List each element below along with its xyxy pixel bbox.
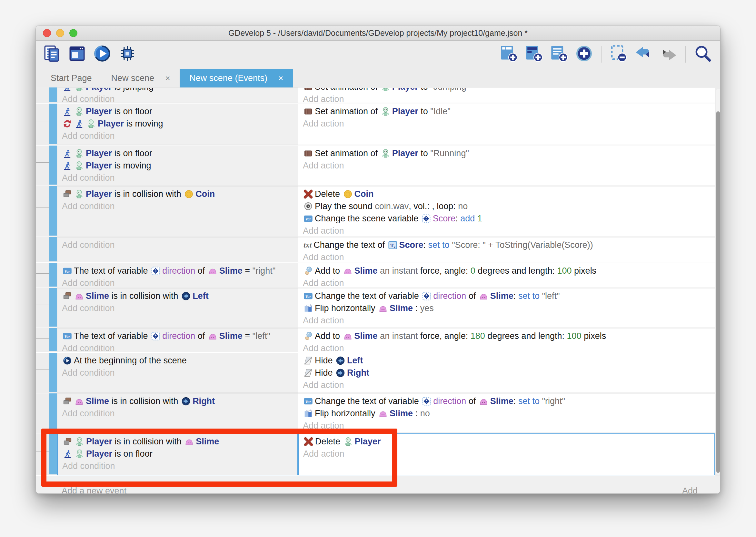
add-event-button[interactable]: [498, 44, 519, 64]
actions-cell[interactable]: Delete CoinPlay the sound coin.wav, vol.…: [298, 186, 715, 236]
event-row[interactable]: At the beginning of the sceneAdd conditi…: [36, 353, 715, 393]
conditions-cell[interactable]: Slime is in collision with LeftAdd condi…: [57, 288, 298, 328]
add-circle-button[interactable]: [574, 44, 594, 64]
action-line[interactable]: VarChange the text of variable direction…: [298, 290, 715, 302]
condition-line[interactable]: Player is jumping: [57, 87, 298, 93]
action-line[interactable]: Add to Slime an instant force, angle: 18…: [298, 330, 715, 342]
conditions-cell[interactable]: At the beginning of the sceneAdd conditi…: [57, 353, 298, 393]
add-action-button[interactable]: Add action: [298, 314, 715, 327]
event-row[interactable]: VarThe text of variable direction of Sli…: [36, 263, 715, 288]
event-row[interactable]: Player is in collision with CoinAdd cond…: [36, 186, 715, 237]
action-line[interactable]: Flip horizontally Slime : no: [298, 407, 715, 420]
action-line[interactable]: Set animation of Player to "Idle": [298, 105, 715, 117]
action-line[interactable]: txtChange the text of TxScore: set to "S…: [298, 239, 715, 251]
add-action-button[interactable]: Add action: [298, 342, 715, 352]
conditions-cell[interactable]: Player is on floorPlayer is movingAdd co…: [57, 103, 298, 145]
add-condition-button[interactable]: Add condition: [58, 460, 297, 472]
add-comment-button[interactable]: [548, 44, 569, 64]
actions-cell[interactable]: Hide LeftHide RightAdd action: [298, 353, 715, 393]
add-subevent-button[interactable]: [523, 44, 544, 64]
event-drag-bar[interactable]: [49, 328, 57, 352]
condition-line[interactable]: Slime is in collision with Right: [57, 395, 298, 407]
add-condition-button[interactable]: Add condition: [57, 93, 298, 103]
event-drag-bar[interactable]: [49, 263, 57, 288]
condition-line[interactable]: Player is moving: [57, 117, 298, 130]
add-action-button[interactable]: Add action: [298, 117, 715, 130]
add-action-button[interactable]: Add action: [298, 159, 715, 172]
condition-line[interactable]: Player is in collision with Slime: [58, 435, 297, 448]
add-condition-button[interactable]: Add condition: [57, 130, 298, 142]
event-drag-bar[interactable]: [49, 87, 57, 103]
action-line[interactable]: Delete Coin: [298, 188, 715, 200]
action-line[interactable]: Hide Left: [298, 354, 715, 367]
undo-button[interactable]: [633, 44, 654, 64]
conditions-cell[interactable]: Player is in collision with CoinAdd cond…: [57, 186, 298, 236]
add-action-button[interactable]: Add action: [298, 379, 715, 391]
condition-line[interactable]: Player is on floor: [58, 448, 297, 460]
event-drag-bar[interactable]: [49, 186, 57, 236]
minimize-window-button[interactable]: [56, 29, 64, 37]
conditions-cell[interactable]: Add condition: [57, 237, 298, 262]
condition-line[interactable]: Slime is in collision with Left: [57, 290, 298, 302]
action-line[interactable]: Flip horizontally Slime : yes: [298, 302, 715, 314]
condition-line[interactable]: VarThe text of variable direction of Sli…: [57, 265, 298, 277]
action-line[interactable]: Set animation of Player to "Running": [298, 147, 715, 159]
search-button[interactable]: [693, 44, 713, 64]
add-action-button[interactable]: Add action: [298, 420, 715, 432]
actions-cell[interactable]: Set animation of Player to "Idle"Add act…: [298, 103, 715, 145]
actions-cell[interactable]: Add to Slime an instant force, angle: 0 …: [298, 263, 715, 288]
conditions-cell[interactable]: Slime is in collision with RightAdd cond…: [57, 393, 298, 433]
action-line[interactable]: Play the sound coin.wav, vol.: , loop: n…: [298, 200, 715, 212]
play-button[interactable]: [92, 44, 113, 64]
add-new-event-button[interactable]: Add a new event: [61, 486, 127, 494]
actions-cell[interactable]: Delete PlayerAdd action: [298, 434, 715, 475]
tab-new-scene-events-[interactable]: New scene (Events)×: [180, 69, 293, 87]
remove-selection-button[interactable]: [608, 44, 628, 64]
action-line[interactable]: VarChange the scene variable Score: add …: [298, 212, 715, 225]
project-manager-button[interactable]: [42, 44, 62, 64]
condition-line[interactable]: Player is on floor: [57, 105, 298, 117]
event-drag-bar[interactable]: [49, 353, 57, 393]
add-action-button[interactable]: Add action: [298, 251, 715, 262]
scrollbar[interactable]: [716, 89, 721, 475]
event-drag-bar[interactable]: [49, 393, 57, 433]
add-condition-button[interactable]: Add condition: [57, 407, 298, 420]
actions-cell[interactable]: Set animation of Player to "Running"Add …: [298, 145, 715, 186]
tab-close-icon[interactable]: ×: [165, 73, 170, 83]
event-drag-bar[interactable]: [49, 237, 57, 262]
action-line[interactable]: VarChange the text of variable direction…: [298, 395, 715, 407]
tab-new-scene[interactable]: New scene×: [101, 69, 180, 87]
conditions-cell[interactable]: Player is on floorPlayer is movingAdd co…: [57, 145, 298, 186]
condition-line[interactable]: VarThe text of variable direction of Sli…: [57, 330, 298, 342]
add-condition-button[interactable]: Add condition: [57, 239, 298, 251]
add-button[interactable]: Add: [682, 486, 698, 494]
conditions-cell[interactable]: VarThe text of variable direction of Sli…: [57, 263, 298, 288]
event-row[interactable]: Player is jumpingAdd conditionSet animat…: [36, 87, 715, 103]
zoom-window-button[interactable]: [69, 29, 77, 37]
add-action-button[interactable]: Add action: [299, 448, 714, 460]
event-row[interactable]: Slime is in collision with RightAdd cond…: [36, 393, 715, 434]
add-condition-button[interactable]: Add condition: [57, 302, 298, 314]
add-condition-button[interactable]: Add condition: [57, 367, 298, 379]
action-line[interactable]: Hide Right: [298, 367, 715, 379]
add-action-button[interactable]: Add action: [298, 277, 715, 288]
event-row[interactable]: Player is on floorPlayer is movingAdd co…: [36, 145, 715, 186]
tab-start-page[interactable]: Start Page: [41, 69, 101, 87]
add-action-button[interactable]: Add action: [298, 225, 715, 236]
event-row[interactable]: Slime is in collision with LeftAdd condi…: [36, 288, 715, 328]
add-action-button[interactable]: Add action: [298, 93, 715, 103]
actions-cell[interactable]: Add to Slime an instant force, angle: 18…: [298, 328, 715, 352]
scrollbar-thumb[interactable]: [716, 111, 720, 473]
event-drag-bar[interactable]: [49, 145, 57, 186]
scene-editor-button[interactable]: [67, 44, 88, 64]
conditions-cell[interactable]: Player is jumpingAdd condition: [57, 87, 298, 103]
action-line[interactable]: Delete Player: [299, 435, 714, 448]
close-window-button[interactable]: [43, 29, 51, 37]
add-condition-button[interactable]: Add condition: [57, 200, 298, 212]
add-condition-button[interactable]: Add condition: [57, 172, 298, 184]
event-drag-bar[interactable]: [49, 288, 57, 328]
action-line[interactable]: Set animation of Player to "Jumping": [298, 87, 715, 93]
event-row[interactable]: VarThe text of variable direction of Sli…: [36, 328, 715, 353]
event-row[interactable]: Add conditiontxtChange the text of TxSco…: [36, 237, 715, 263]
condition-line[interactable]: Player is on floor: [57, 147, 298, 159]
